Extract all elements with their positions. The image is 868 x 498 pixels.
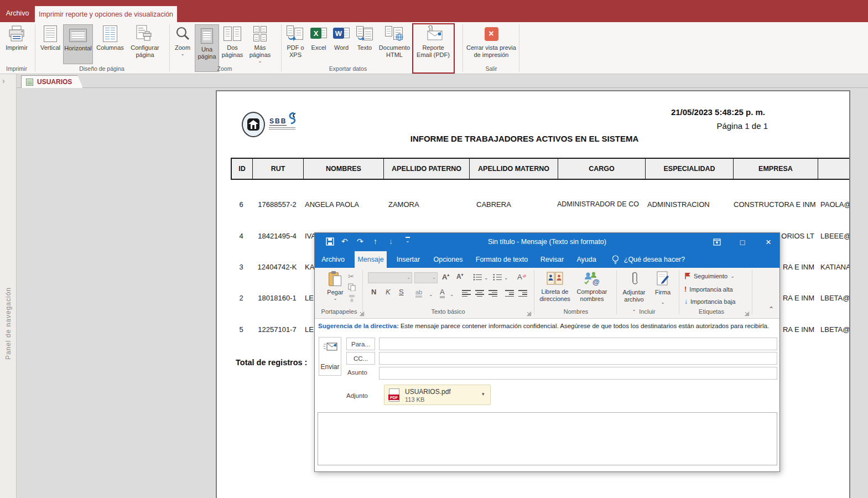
seguimiento-button[interactable]: Seguimiento ⌄ (684, 272, 735, 279)
portapapeles-launcher-icon[interactable] (359, 309, 365, 314)
italic-button[interactable]: K (386, 288, 391, 296)
col-header-especialidad: ESPECIALIDAD (646, 159, 734, 179)
popout-icon[interactable] (709, 236, 725, 248)
comprobar-nombres-button[interactable]: @ Comprobar nombres (574, 271, 610, 303)
pdf-badge-label: PDF (390, 396, 398, 400)
cell-rut: 12404742-K (252, 261, 303, 272)
chevron-down-icon[interactable]: ⌄ (504, 276, 508, 280)
ol-tab-mensaje-label: Mensaje (357, 256, 383, 263)
pdf-file-icon: PDF (389, 388, 399, 402)
align-left-icon[interactable] (462, 290, 471, 297)
increase-indent-icon[interactable] (518, 290, 527, 297)
font-color-button[interactable]: A (440, 288, 445, 298)
ol-tab-ayuda[interactable]: Ayuda (573, 251, 600, 268)
tab-imprimir-reporte[interactable]: Imprimir reporte y opciones de visualiza… (35, 6, 177, 22)
bold-button[interactable]: N (371, 288, 376, 296)
cc-button[interactable]: CC... (346, 352, 375, 365)
grow-font-button[interactable]: A▴ (442, 273, 449, 281)
shrink-font-button[interactable]: A▾ (456, 273, 463, 281)
chevron-down-icon[interactable]: ⌄ (484, 276, 488, 280)
col-header-apellido-materno: APELLIDO MATERNO (470, 159, 558, 179)
font-name-select[interactable]: ⌄ (368, 272, 412, 283)
portrait-page-icon (44, 24, 57, 43)
importancia-alta-button[interactable]: ! Importancia alta (684, 285, 733, 293)
tell-me-box[interactable]: ¿Qué desea hacer? (622, 251, 687, 268)
cell-nombres: ANGELA PAOLA (303, 199, 383, 210)
zoom-button[interactable]: Zoom ⌄ (171, 24, 194, 56)
imprimir-button[interactable]: Imprimir (3, 24, 30, 51)
message-body-input[interactable] (318, 412, 777, 465)
object-tab-usuarios[interactable]: USUARIOS (21, 75, 83, 88)
nav-expand-icon[interactable]: › (2, 76, 5, 85)
columnas-button[interactable]: Columnas (95, 24, 125, 51)
firma-button[interactable]: Firma ⌄ (651, 271, 675, 306)
etiquetas-launcher-icon[interactable] (744, 309, 750, 314)
ol-tab-ayuda-label: Ayuda (576, 256, 596, 263)
ol-tab-insertar[interactable]: Insertar (392, 251, 424, 268)
font-size-select[interactable]: ⌄ (414, 272, 438, 283)
cc-input[interactable] (379, 352, 777, 365)
pdf-xps-button[interactable]: PDF o XPS (283, 24, 308, 59)
importancia-baja-button[interactable]: ↓ Importancia baja (684, 298, 735, 305)
col-header-cargo: CARGO (558, 159, 646, 179)
align-right-icon[interactable] (488, 290, 497, 297)
importance-low-icon: ↓ (684, 298, 688, 305)
chevron-down-icon[interactable]: ⌄ (429, 292, 433, 297)
columnas-label: Columnas (96, 44, 124, 51)
ol-tab-formato[interactable]: Formato de texto (472, 251, 532, 268)
tab-bar-divider (17, 87, 868, 88)
group-nombres-label: Nombres (538, 308, 614, 315)
group-exportar-label: Exportar datos (282, 65, 414, 72)
cell-empresa: CONSTRUCTORA E INM (732, 199, 817, 210)
cell-rut: 12257101-7 (252, 324, 303, 335)
adjuntar-archivo-button[interactable]: Adjuntar archivo ⌄ (620, 271, 648, 313)
format-painter-icon[interactable] (348, 294, 356, 304)
asunto-input[interactable] (379, 367, 777, 380)
navigation-pane-collapsed[interactable]: › Panel de navegación (0, 74, 17, 498)
highlight-button[interactable]: ab (415, 289, 422, 298)
ol-tab-revisar[interactable]: Revisar (537, 251, 567, 268)
page-setup-icon (136, 24, 154, 43)
decrease-indent-icon[interactable] (505, 290, 514, 297)
attachment-dropdown-icon[interactable]: ▾ (482, 391, 485, 397)
ol-tab-opciones[interactable]: Opciones (431, 251, 465, 268)
enviar-button[interactable]: Enviar (319, 337, 341, 376)
importancia-baja-label: Importancia baja (690, 298, 735, 305)
align-center-icon[interactable] (475, 290, 484, 297)
texto-basico-launcher-icon[interactable] (526, 309, 532, 314)
vertical-button[interactable]: Vertical (39, 24, 62, 51)
ol-tab-mensaje[interactable]: Mensaje (355, 251, 387, 268)
excel-button[interactable]: X Excel (309, 24, 329, 51)
outlook-title-bar[interactable]: ↶ ↷ ↑ ↓ ⌄ Sin título - Mensaje (Texto si… (315, 233, 779, 251)
clear-formatting-button[interactable]: A (517, 273, 527, 281)
numbering-icon[interactable] (493, 273, 502, 283)
libreta-direcciones-button[interactable]: Libreta de direcciones (538, 271, 571, 303)
bullets-icon[interactable] (473, 273, 482, 283)
horizontal-button[interactable]: Horizontal (63, 24, 93, 64)
texto-button[interactable]: Texto (354, 24, 375, 51)
documento-html-button[interactable]: Documento HTML (377, 24, 412, 59)
ol-tab-archivo[interactable]: Archivo (319, 251, 347, 268)
chevron-down-icon[interactable]: ⌄ (450, 292, 454, 297)
collapse-ribbon-icon[interactable]: ⌃ (768, 305, 774, 313)
cell-email: KATIANA (817, 261, 850, 272)
group-salir-label: Salir (465, 65, 518, 72)
maximize-icon[interactable]: □ (734, 236, 751, 248)
mas-paginas-button[interactable]: Más páginas ⌄ (246, 24, 274, 63)
dos-paginas-button[interactable]: Dos páginas (220, 24, 245, 59)
copy-icon[interactable] (348, 283, 356, 293)
para-input[interactable] (379, 338, 777, 350)
tab-archivo-access[interactable]: Archivo (0, 0, 35, 22)
cut-icon[interactable]: ✂ (348, 272, 354, 281)
para-button[interactable]: Para... (346, 338, 375, 350)
configurar-pagina-button[interactable]: Configurar página (127, 24, 163, 59)
word-button[interactable]: W Word (331, 24, 352, 51)
close-icon[interactable]: × (760, 236, 777, 248)
ol-tab-opciones-label: Opciones (434, 256, 463, 263)
outlook-message-window: ↶ ↷ ↑ ↓ ⌄ Sin título - Mensaje (Texto si… (314, 232, 780, 472)
pegar-button[interactable]: Pegar ⌄ (324, 271, 347, 300)
underline-button[interactable]: S (399, 288, 404, 296)
attachment-chip[interactable]: PDF USUARIOS.pdf 113 KB ▾ (384, 385, 491, 405)
asunto-label: Asunto (347, 369, 367, 376)
cerrar-vista-previa-button[interactable]: × Cerrar vista previa de impresión (465, 24, 518, 59)
